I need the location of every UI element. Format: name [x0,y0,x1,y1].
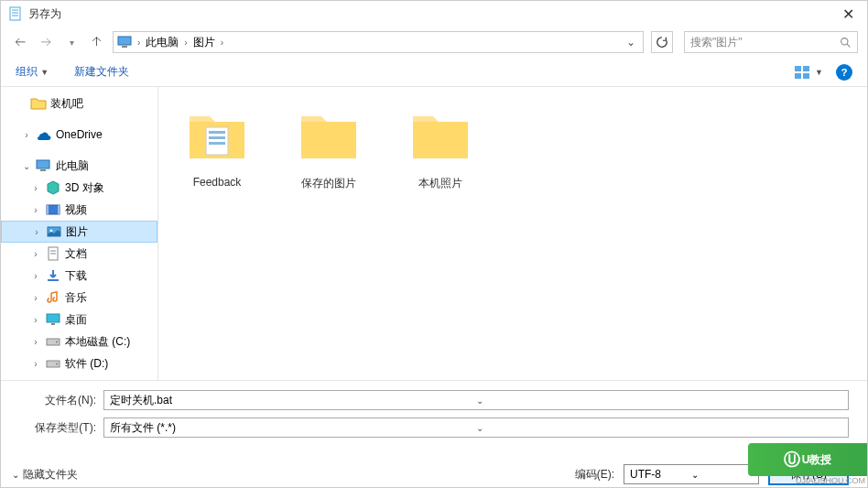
svg-rect-12 [37,160,49,168]
search-placeholder: 搜索"图片" [690,35,840,50]
svg-rect-23 [47,314,60,322]
folder-saved-pictures[interactable]: 保存的图片 [288,102,369,191]
encoding-label: 编码(E): [575,467,614,483]
tree-item-zhuangji[interactable]: 装机吧 [1,92,157,114]
download-icon [45,268,61,283]
folder-label: 本机照片 [400,176,481,191]
folder-content: Feedback 保存的图片 本机照片 [158,87,867,380]
svg-rect-15 [47,205,49,214]
new-folder-button[interactable]: 新建文件夹 [74,64,129,80]
folder-feedback[interactable]: Feedback [177,102,257,189]
address-dropdown[interactable]: ⌄ [623,36,639,49]
search-box[interactable]: 搜索"图片" [684,31,858,53]
chevron-down-icon[interactable]: ⌄ [476,423,842,433]
back-button[interactable]: 🡠 [10,32,30,52]
forward-button[interactable]: 🡢 [36,32,56,52]
filename-input[interactable]: 定时关机.bat ⌄ [103,390,849,410]
tree-item-thispc[interactable]: ⌄ 此电脑 [1,155,157,177]
svg-rect-4 [118,37,131,45]
folder-icon [296,102,362,168]
folder-icon [407,102,473,168]
tree-item-music[interactable]: › 音乐 [1,287,157,309]
encoding-select[interactable]: UTF-8 ⌄ [624,464,759,484]
tree-item-pictures[interactable]: › 图片 [1,221,157,243]
folder-label: Feedback [177,176,257,189]
svg-point-28 [56,363,58,365]
notepad-icon [8,6,23,21]
tree-item-videos[interactable]: › 视频 [1,199,157,221]
drive-icon [45,334,61,349]
filetype-label: 保存类型(T): [19,420,103,436]
pictures-icon [46,224,62,239]
navigation-tree: 装机吧 › OneDrive ⌄ 此电脑 › 3D 对象 › 视频 › 图片 [1,87,158,380]
help-button[interactable]: ? [836,64,852,81]
chevron-right-icon: › [137,38,140,48]
svg-rect-10 [795,73,801,79]
folder-icon [184,102,250,168]
svg-line-7 [847,44,850,47]
svg-rect-30 [209,131,225,134]
search-icon [840,37,852,49]
organize-menu[interactable]: 组织 ▼ [16,64,49,80]
svg-rect-8 [795,66,801,71]
svg-rect-11 [803,73,809,79]
svg-rect-13 [40,169,46,171]
view-menu[interactable]: ▼ [794,65,823,80]
cube-icon [45,180,61,195]
chevron-down-icon[interactable]: ⌄ [476,396,842,406]
svg-rect-24 [51,323,55,325]
breadcrumb-pictures[interactable]: 图片 [191,33,217,52]
video-icon [45,202,61,217]
window-title: 另存为 [28,6,837,22]
svg-rect-9 [803,66,809,71]
desktop-icon [45,312,61,327]
tree-item-downloads[interactable]: › 下载 [1,265,157,287]
hide-folders-toggle[interactable]: ⌄ 隐藏文件夹 [12,467,78,483]
filename-label: 文件名(N): [19,393,103,408]
refresh-button[interactable] [651,31,673,53]
tree-item-3dobjects[interactable]: › 3D 对象 [1,177,157,199]
music-icon [45,290,61,305]
filetype-select[interactable]: 所有文件 (*.*) ⌄ [103,418,849,438]
tree-item-softd[interactable]: › 软件 (D:) [1,352,157,374]
folder-camera-roll[interactable]: 本机照片 [400,102,481,191]
onedrive-icon [36,127,52,142]
breadcrumb-pc[interactable]: 此电脑 [144,33,180,52]
svg-rect-16 [58,205,60,214]
document-icon [45,246,61,261]
up-button[interactable]: 🡡 [87,32,107,52]
tree-item-onedrive[interactable]: › OneDrive [1,124,157,146]
tree-item-documents[interactable]: › 文档 [1,243,157,265]
address-bar[interactable]: › 此电脑 › 图片 › ⌄ [113,31,644,53]
chevron-right-icon: › [221,38,223,48]
svg-point-6 [841,38,848,44]
refresh-icon [656,36,668,49]
folder-label: 保存的图片 [288,176,369,191]
collapse-icon[interactable]: ⌄ [21,161,32,171]
close-button[interactable]: ✕ [837,5,860,23]
pc-icon [117,35,134,49]
view-icon [794,65,812,80]
recent-dropdown[interactable]: ▾ [61,32,81,52]
folder-icon [30,96,47,111]
svg-rect-31 [209,136,225,139]
tree-item-desktop[interactable]: › 桌面 [1,309,157,331]
tree-item-localc[interactable]: › 本地磁盘 (C:) [1,331,157,352]
drive-icon [45,356,61,371]
svg-rect-32 [209,142,225,145]
svg-rect-14 [47,205,60,214]
svg-rect-22 [48,279,59,281]
pc-icon [36,158,52,173]
save-button[interactable]: 保存(S) [768,463,849,485]
chevron-right-icon: › [184,38,187,48]
svg-point-26 [56,342,58,343]
chevron-down-icon[interactable]: ⌄ [691,470,753,480]
chevron-down-icon: ⌄ [12,470,19,480]
svg-rect-0 [10,7,20,20]
svg-rect-5 [122,46,127,48]
expand-icon[interactable]: › [21,130,32,140]
